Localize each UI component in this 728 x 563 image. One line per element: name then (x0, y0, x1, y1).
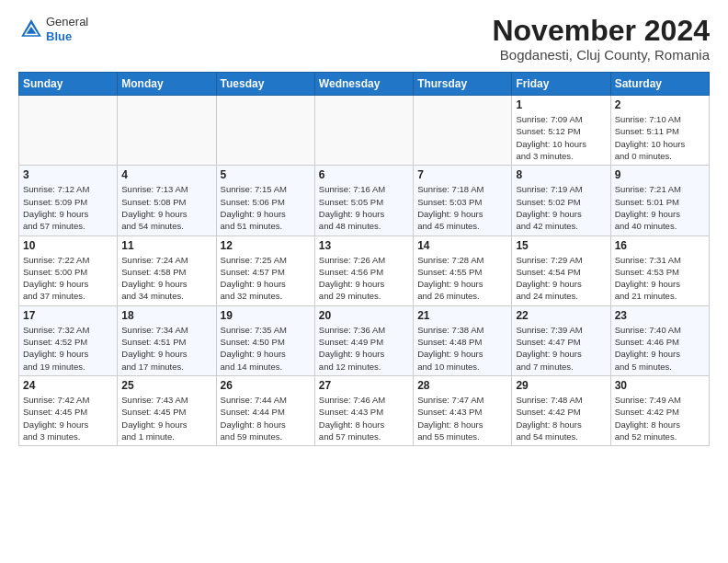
calendar-cell: 24Sunrise: 7:42 AM Sunset: 4:45 PM Dayli… (19, 375, 118, 445)
day-info: Sunrise: 7:28 AM Sunset: 4:55 PM Dayligh… (417, 254, 507, 303)
day-info: Sunrise: 7:49 AM Sunset: 4:42 PM Dayligh… (615, 394, 705, 442)
day-info: Sunrise: 7:47 AM Sunset: 4:43 PM Dayligh… (417, 394, 507, 442)
calendar-header-row: SundayMondayTuesdayWednesdayThursdayFrid… (19, 73, 710, 96)
day-info: Sunrise: 7:42 AM Sunset: 4:45 PM Dayligh… (23, 394, 113, 442)
day-info: Sunrise: 7:29 AM Sunset: 4:54 PM Dayligh… (516, 254, 606, 303)
calendar-cell: 17Sunrise: 7:32 AM Sunset: 4:52 PM Dayli… (19, 305, 118, 375)
day-info: Sunrise: 7:34 AM Sunset: 4:51 PM Dayligh… (121, 324, 211, 373)
title-block: November 2024 Bogdanesti, Cluj County, R… (492, 15, 710, 63)
day-info: Sunrise: 7:21 AM Sunset: 5:01 PM Dayligh… (615, 183, 705, 232)
calendar-cell (118, 96, 216, 166)
day-number: 2 (615, 98, 705, 111)
day-info: Sunrise: 7:22 AM Sunset: 5:00 PM Dayligh… (23, 254, 113, 303)
day-info: Sunrise: 7:35 AM Sunset: 4:50 PM Dayligh… (221, 324, 311, 373)
day-number: 23 (615, 309, 705, 322)
calendar-header-monday: Monday (118, 73, 216, 96)
calendar-header-sunday: Sunday (19, 73, 118, 96)
calendar-cell (314, 96, 413, 166)
calendar-cell (19, 96, 118, 166)
calendar-cell: 26Sunrise: 7:44 AM Sunset: 4:44 PM Dayli… (216, 375, 314, 445)
day-number: 8 (516, 168, 606, 181)
calendar-cell: 8Sunrise: 7:19 AM Sunset: 5:02 PM Daylig… (512, 166, 610, 236)
calendar-cell: 9Sunrise: 7:21 AM Sunset: 5:01 PM Daylig… (610, 166, 709, 236)
calendar-cell: 3Sunrise: 7:12 AM Sunset: 5:09 PM Daylig… (19, 166, 118, 236)
day-info: Sunrise: 7:18 AM Sunset: 5:03 PM Dayligh… (417, 183, 507, 232)
calendar-header-wednesday: Wednesday (314, 73, 413, 96)
calendar-header-thursday: Thursday (414, 73, 512, 96)
day-number: 12 (221, 239, 311, 252)
day-info: Sunrise: 7:39 AM Sunset: 4:47 PM Dayligh… (516, 324, 606, 373)
calendar-cell (216, 96, 314, 166)
day-info: Sunrise: 7:10 AM Sunset: 5:11 PM Dayligh… (615, 113, 705, 162)
calendar-week-row: 1Sunrise: 7:09 AM Sunset: 5:12 PM Daylig… (19, 96, 710, 166)
day-number: 7 (417, 168, 507, 181)
calendar-cell: 2Sunrise: 7:10 AM Sunset: 5:11 PM Daylig… (610, 96, 709, 166)
day-info: Sunrise: 7:46 AM Sunset: 4:43 PM Dayligh… (319, 394, 409, 442)
calendar-cell: 15Sunrise: 7:29 AM Sunset: 4:54 PM Dayli… (512, 236, 610, 305)
calendar-cell: 13Sunrise: 7:26 AM Sunset: 4:56 PM Dayli… (314, 236, 413, 305)
header: General Blue November 2024 Bogdanesti, C… (18, 15, 710, 63)
calendar-cell: 4Sunrise: 7:13 AM Sunset: 5:08 PM Daylig… (118, 166, 216, 236)
subtitle: Bogdanesti, Cluj County, Romania (492, 47, 710, 63)
page: General Blue November 2024 Bogdanesti, C… (0, 0, 728, 563)
day-number: 9 (615, 168, 705, 181)
logo-text: General Blue (46, 15, 88, 43)
calendar-cell: 30Sunrise: 7:49 AM Sunset: 4:42 PM Dayli… (610, 375, 709, 445)
day-info: Sunrise: 7:32 AM Sunset: 4:52 PM Dayligh… (23, 324, 113, 373)
logo-general: General (46, 15, 88, 29)
calendar-cell: 12Sunrise: 7:25 AM Sunset: 4:57 PM Dayli… (216, 236, 314, 305)
day-number: 17 (23, 309, 113, 322)
calendar-cell: 27Sunrise: 7:46 AM Sunset: 4:43 PM Dayli… (314, 375, 413, 445)
calendar-cell: 19Sunrise: 7:35 AM Sunset: 4:50 PM Dayli… (216, 305, 314, 375)
calendar-table: SundayMondayTuesdayWednesdayThursdayFrid… (18, 72, 710, 446)
calendar-cell: 28Sunrise: 7:47 AM Sunset: 4:43 PM Dayli… (414, 375, 512, 445)
calendar-cell: 7Sunrise: 7:18 AM Sunset: 5:03 PM Daylig… (414, 166, 512, 236)
day-number: 29 (516, 379, 606, 392)
calendar-cell (414, 96, 512, 166)
day-number: 20 (319, 309, 409, 322)
calendar-cell: 21Sunrise: 7:38 AM Sunset: 4:48 PM Dayli… (414, 305, 512, 375)
day-number: 22 (516, 309, 606, 322)
calendar-cell: 29Sunrise: 7:48 AM Sunset: 4:42 PM Dayli… (512, 375, 610, 445)
day-number: 28 (417, 379, 507, 392)
day-info: Sunrise: 7:31 AM Sunset: 4:53 PM Dayligh… (615, 254, 705, 303)
main-title: November 2024 (492, 15, 710, 47)
day-info: Sunrise: 7:38 AM Sunset: 4:48 PM Dayligh… (417, 324, 507, 373)
calendar-cell: 16Sunrise: 7:31 AM Sunset: 4:53 PM Dayli… (610, 236, 709, 305)
day-number: 18 (121, 309, 211, 322)
calendar-cell: 6Sunrise: 7:16 AM Sunset: 5:05 PM Daylig… (314, 166, 413, 236)
day-number: 13 (319, 239, 409, 252)
day-number: 10 (23, 239, 113, 252)
day-number: 6 (319, 168, 409, 181)
day-number: 19 (221, 309, 311, 322)
day-number: 26 (221, 379, 311, 392)
calendar-cell: 25Sunrise: 7:43 AM Sunset: 4:45 PM Dayli… (118, 375, 216, 445)
day-number: 1 (516, 98, 606, 111)
day-number: 21 (417, 309, 507, 322)
day-info: Sunrise: 7:36 AM Sunset: 4:49 PM Dayligh… (319, 324, 409, 373)
day-info: Sunrise: 7:24 AM Sunset: 4:58 PM Dayligh… (121, 254, 211, 303)
day-info: Sunrise: 7:15 AM Sunset: 5:06 PM Dayligh… (221, 183, 311, 232)
day-info: Sunrise: 7:40 AM Sunset: 4:46 PM Dayligh… (615, 324, 705, 373)
logo-blue: Blue (46, 29, 88, 44)
day-number: 25 (121, 379, 211, 392)
day-info: Sunrise: 7:13 AM Sunset: 5:08 PM Dayligh… (121, 183, 211, 232)
calendar-cell: 22Sunrise: 7:39 AM Sunset: 4:47 PM Dayli… (512, 305, 610, 375)
day-number: 14 (417, 239, 507, 252)
day-info: Sunrise: 7:44 AM Sunset: 4:44 PM Dayligh… (221, 394, 311, 442)
day-number: 30 (615, 379, 705, 392)
logo-icon (18, 17, 44, 42)
day-number: 16 (615, 239, 705, 252)
day-info: Sunrise: 7:48 AM Sunset: 4:42 PM Dayligh… (516, 394, 606, 442)
day-info: Sunrise: 7:16 AM Sunset: 5:05 PM Dayligh… (319, 183, 409, 232)
day-number: 11 (121, 239, 211, 252)
day-number: 4 (121, 168, 211, 181)
day-info: Sunrise: 7:09 AM Sunset: 5:12 PM Dayligh… (516, 113, 606, 162)
calendar-cell: 5Sunrise: 7:15 AM Sunset: 5:06 PM Daylig… (216, 166, 314, 236)
calendar-week-row: 24Sunrise: 7:42 AM Sunset: 4:45 PM Dayli… (19, 375, 710, 445)
calendar-cell: 10Sunrise: 7:22 AM Sunset: 5:00 PM Dayli… (19, 236, 118, 305)
day-number: 5 (221, 168, 311, 181)
day-number: 27 (319, 379, 409, 392)
calendar-cell: 20Sunrise: 7:36 AM Sunset: 4:49 PM Dayli… (314, 305, 413, 375)
calendar-cell: 11Sunrise: 7:24 AM Sunset: 4:58 PM Dayli… (118, 236, 216, 305)
